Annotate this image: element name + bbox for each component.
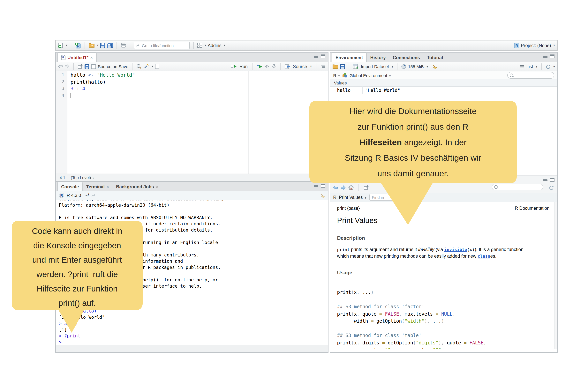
source-window-buttons[interactable] bbox=[314, 54, 325, 58]
addins-grid-caret-icon[interactable]: ▾ bbox=[205, 44, 206, 47]
memory-usage-button[interactable]: 155 MiB bbox=[408, 64, 424, 69]
environment-search-box[interactable] bbox=[507, 72, 554, 79]
back-icon[interactable] bbox=[58, 64, 63, 68]
tab-environment[interactable]: Environment bbox=[332, 52, 367, 62]
help-back-icon[interactable] bbox=[333, 185, 338, 190]
tab-terminal[interactable]: Terminal× bbox=[83, 182, 112, 191]
open-workspace-icon[interactable] bbox=[332, 64, 338, 69]
environment-window-buttons[interactable] bbox=[543, 54, 554, 58]
new-file-icon[interactable] bbox=[58, 42, 63, 48]
minimize-icon[interactable] bbox=[543, 178, 547, 182]
open-file-caret-icon[interactable]: ▾ bbox=[97, 44, 99, 47]
source-button[interactable]: Source bbox=[293, 64, 307, 69]
entry-value: "Hello World" bbox=[363, 87, 400, 93]
maximize-icon[interactable] bbox=[550, 54, 554, 58]
refresh-icon[interactable] bbox=[545, 64, 551, 69]
save-icon[interactable] bbox=[85, 64, 89, 69]
help-refresh-icon[interactable] bbox=[549, 185, 554, 190]
save-workspace-icon[interactable] bbox=[340, 64, 345, 69]
save-all-icon[interactable] bbox=[107, 43, 113, 48]
import-dataset-button[interactable]: Import Dataset bbox=[361, 64, 389, 69]
minimize-icon[interactable] bbox=[314, 184, 318, 188]
print-icon[interactable] bbox=[121, 43, 126, 48]
source-caret-icon[interactable]: ▾ bbox=[310, 65, 312, 68]
import-dataset-icon[interactable] bbox=[353, 64, 359, 69]
new-file-caret-icon[interactable]: ▾ bbox=[66, 44, 67, 47]
forward-icon[interactable] bbox=[65, 64, 69, 68]
close-tab-icon[interactable]: × bbox=[90, 55, 93, 60]
rerun-icon[interactable] bbox=[257, 64, 262, 68]
source-on-save-checkbox[interactable] bbox=[91, 64, 96, 69]
help-search-box[interactable] bbox=[492, 184, 543, 190]
console-tabbar: Console Terminal× Background Jobs× bbox=[56, 182, 328, 192]
tab-console[interactable]: Console bbox=[57, 182, 83, 191]
console-window-buttons[interactable] bbox=[314, 184, 325, 188]
divider bbox=[85, 42, 85, 49]
popout-icon[interactable] bbox=[78, 64, 83, 69]
minimize-icon[interactable] bbox=[543, 54, 547, 58]
help-window-buttons[interactable] bbox=[543, 178, 554, 182]
search-icon bbox=[510, 74, 513, 77]
help-popout-icon[interactable] bbox=[363, 185, 369, 190]
clear-objects-broom-icon[interactable] bbox=[432, 64, 437, 69]
run-icon[interactable] bbox=[231, 64, 237, 68]
tab-background-jobs[interactable]: Background Jobs× bbox=[112, 182, 162, 191]
go-up-icon[interactable] bbox=[265, 64, 269, 68]
goto-file-box[interactable] bbox=[134, 42, 190, 49]
document-outline-icon[interactable] bbox=[321, 64, 326, 68]
maximize-icon[interactable] bbox=[321, 184, 325, 188]
help-topic-dropdown[interactable]: R: Print Values ▾ bbox=[333, 195, 366, 200]
help-document[interactable]: print {base} R Documentation Print Value… bbox=[330, 202, 557, 349]
go-down-icon[interactable] bbox=[271, 64, 276, 68]
open-directory-arrow-icon[interactable] bbox=[91, 193, 96, 197]
find-icon[interactable] bbox=[137, 64, 142, 69]
environment-scope-selector[interactable]: Global Environment ▾ bbox=[350, 73, 391, 78]
values-section-header[interactable]: Values bbox=[330, 79, 557, 87]
open-file-icon[interactable] bbox=[88, 43, 95, 48]
divider bbox=[349, 63, 349, 70]
refresh-caret-icon[interactable]: ▾ bbox=[553, 65, 555, 68]
compile-report-icon[interactable] bbox=[155, 64, 160, 69]
code-tools-caret-icon[interactable]: ▾ bbox=[152, 65, 153, 68]
code-tools-wand-icon[interactable] bbox=[144, 64, 149, 69]
tab-history[interactable]: History bbox=[367, 53, 389, 62]
source-statusbar: 4:1 (Top Level) ↕ bbox=[56, 174, 328, 181]
environment-toolbar: Import Dataset ▾ 155 MiB ▾ List ▾ ▾ bbox=[330, 62, 557, 72]
environment-search-input[interactable] bbox=[515, 73, 550, 78]
save-icon[interactable] bbox=[100, 43, 105, 48]
source-button-icon[interactable] bbox=[285, 64, 291, 69]
divider bbox=[541, 63, 542, 70]
help-scrollbar[interactable] bbox=[554, 202, 557, 349]
scope-caret-icon: ▾ bbox=[389, 74, 391, 78]
list-view-caret-icon[interactable]: ▾ bbox=[536, 65, 537, 68]
divider bbox=[117, 42, 117, 49]
help-forward-icon[interactable] bbox=[341, 185, 346, 190]
tab-tutorial[interactable]: Tutorial bbox=[423, 53, 447, 62]
new-project-icon[interactable]: R bbox=[75, 42, 81, 49]
close-tab-icon[interactable]: × bbox=[107, 184, 109, 189]
run-button[interactable]: Run bbox=[239, 64, 248, 69]
engine-selector[interactable]: R ▾ bbox=[333, 73, 340, 78]
addins-button[interactable]: Addins bbox=[208, 43, 221, 48]
help-search-input[interactable] bbox=[499, 184, 534, 190]
console-header: R R 4.3.0 · ~/ bbox=[56, 191, 328, 200]
addins-grid-icon[interactable] bbox=[197, 43, 202, 48]
close-tab-icon[interactable]: × bbox=[156, 184, 158, 189]
scope-selector[interactable]: (Top Level) ↕ bbox=[71, 175, 94, 180]
main-toolbar: ▾ R ▾ ▾ Addins ▾ R Project: (None) ▾ bbox=[55, 40, 558, 50]
environment-entry-row[interactable]: hallo "Hello World" bbox=[330, 86, 557, 94]
clear-console-broom-icon[interactable] bbox=[320, 193, 325, 198]
maximize-icon[interactable] bbox=[550, 178, 554, 182]
maximize-icon[interactable] bbox=[321, 54, 325, 58]
minimize-icon[interactable] bbox=[314, 54, 318, 58]
memory-caret-icon[interactable]: ▾ bbox=[426, 65, 428, 68]
import-dataset-caret-icon[interactable]: ▾ bbox=[392, 65, 393, 68]
code-editor[interactable]: 1234 hallo <- "Hello World"print(hallo)3… bbox=[56, 71, 328, 174]
list-view-button[interactable]: List bbox=[527, 64, 533, 69]
tab-connections[interactable]: Connections bbox=[389, 53, 423, 62]
addins-caret-icon[interactable]: ▾ bbox=[224, 44, 225, 47]
home-icon[interactable] bbox=[348, 185, 354, 190]
goto-file-input[interactable] bbox=[141, 43, 183, 48]
tab-untitled1[interactable]: R Untitled1* × bbox=[57, 52, 97, 62]
project-selector[interactable]: R Project: (None) ▾ bbox=[514, 43, 555, 48]
